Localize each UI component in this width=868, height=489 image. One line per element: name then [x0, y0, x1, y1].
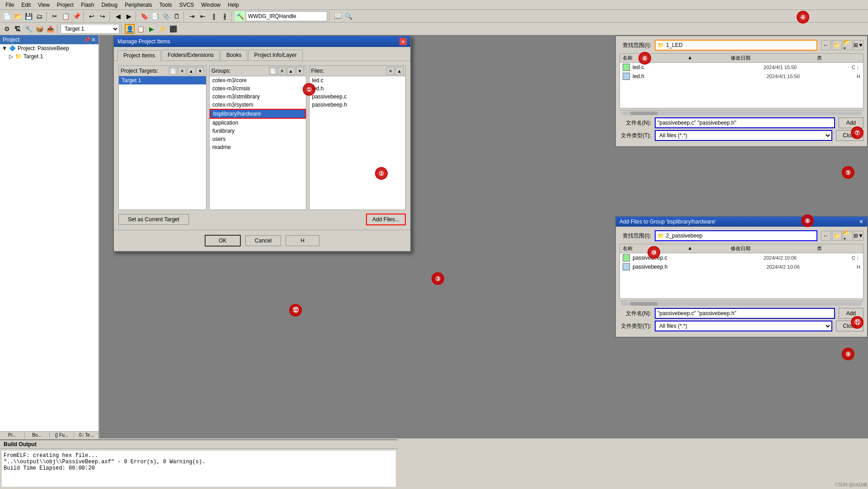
- files-del-btn[interactable]: ✕: [386, 67, 394, 75]
- tab-project-items[interactable]: Project Items: [117, 50, 161, 61]
- group-cotex-stmlibrary[interactable]: cotex-m3/stmlibrary: [210, 93, 306, 101]
- group-funlibrary[interactable]: funlibrary: [210, 127, 306, 135]
- file-ledc[interactable]: led.c: [310, 76, 406, 84]
- target-1-item[interactable]: Target 1: [119, 76, 206, 84]
- fb-top-scrollbar[interactable]: [619, 110, 863, 116]
- cut-btn[interactable]: ✂: [50, 11, 60, 21]
- fb-bottom-back-btn[interactable]: ←: [821, 231, 831, 241]
- uncomment-btn[interactable]: ∦: [220, 11, 230, 21]
- help-btn[interactable]: H: [286, 235, 319, 246]
- group-cotex-system[interactable]: cotex-m3/system: [210, 101, 306, 109]
- sidebar-close-icon[interactable]: ✕: [91, 37, 96, 43]
- tab-project[interactable]: Pr...: [0, 432, 25, 438]
- tab-books[interactable]: Bo...: [25, 432, 50, 438]
- copy-btn[interactable]: 📋: [61, 11, 70, 21]
- fb-top-add-btn[interactable]: Add: [839, 117, 863, 128]
- new-file-btn[interactable]: 📄: [2, 11, 12, 21]
- fb-bottom-path-box[interactable]: 📁 2_passivebeep: [655, 230, 817, 241]
- group-users[interactable]: users: [210, 135, 306, 143]
- tb2-btn4[interactable]: 📦: [34, 24, 44, 34]
- bookmark2-btn[interactable]: 📑: [150, 11, 160, 21]
- tb2-btn1[interactable]: ⚙: [2, 24, 12, 34]
- nav-btn2[interactable]: 🔍: [343, 11, 353, 21]
- build-target-btn[interactable]: 🔨: [235, 11, 245, 21]
- manage-dialog-close[interactable]: ✕: [399, 38, 407, 45]
- targets-up-btn[interactable]: ▲: [187, 67, 195, 75]
- group-readme[interactable]: readme: [210, 143, 306, 151]
- manage-project-btn[interactable]: 👤: [125, 24, 135, 34]
- menu-file[interactable]: File: [2, 1, 18, 9]
- fb-bottom-add-btn[interactable]: Add: [839, 308, 863, 319]
- tb2-btn7[interactable]: 📋: [136, 24, 145, 34]
- fb-bottom-file-passivebeep-c[interactable]: passivebeep.c 2024/4/2 10:06 C：: [620, 253, 863, 262]
- tab-project-info[interactable]: Project Info/Layer: [248, 50, 302, 61]
- groups-del-btn[interactable]: ✕: [278, 67, 286, 75]
- menu-edit[interactable]: Edit: [18, 1, 34, 9]
- back-btn[interactable]: ◀: [113, 11, 123, 21]
- rebuild-btn[interactable]: ⚡: [157, 24, 167, 34]
- fb-top-view-btn[interactable]: ⊞▼: [854, 40, 863, 50]
- forward-btn[interactable]: ▶: [124, 11, 134, 21]
- fb-top-file-ledh[interactable]: led.h 2024/4/1 15:50 H: [620, 72, 863, 81]
- fb-top-folder-btn[interactable]: 📁: [832, 40, 842, 50]
- tab-functions[interactable]: {} Fu...: [50, 432, 75, 438]
- groups-up-btn[interactable]: ▲: [287, 67, 295, 75]
- fb-bottom-filename-input[interactable]: [655, 308, 835, 319]
- target-item[interactable]: ▷ 📁 Target 1: [0, 52, 99, 61]
- bookmark-btn[interactable]: 🔖: [139, 11, 149, 21]
- menu-svcs[interactable]: SVCS: [176, 1, 198, 9]
- tb2-btn5[interactable]: 📤: [45, 24, 55, 34]
- project-root[interactable]: ▼ 🔷 Project: PassiveBeep: [0, 44, 99, 52]
- group-cotex-cmsis[interactable]: cotex-m3/cmsis: [210, 84, 306, 93]
- function-input[interactable]: WWDG_IRQHandle: [246, 11, 327, 21]
- fb-top-filename-input[interactable]: "passivebeep.c" "passivebeep.h": [655, 117, 835, 128]
- set-current-target-btn[interactable]: Set as Current Target: [118, 214, 189, 225]
- paste-btn[interactable]: 📌: [71, 11, 81, 21]
- fb-bottom-folder-btn[interactable]: 📁: [832, 231, 842, 241]
- fb-bottom-close-btn[interactable]: Close: [836, 321, 863, 331]
- undo-btn[interactable]: ↩: [87, 11, 97, 21]
- fb-bottom-view-btn[interactable]: ⊞▼: [854, 231, 863, 241]
- fb-top-new-folder-btn[interactable]: 📂+: [843, 40, 853, 50]
- menu-project[interactable]: Project: [53, 1, 77, 9]
- menu-help[interactable]: Help: [224, 1, 243, 9]
- build-btn[interactable]: ▶: [146, 24, 156, 34]
- fb-top-file-ledc[interactable]: led.c 2024/4/1 15:50 C：: [620, 63, 863, 72]
- cancel-btn[interactable]: Cancel: [245, 235, 281, 246]
- fb-bottom-new-folder-btn[interactable]: 📂+: [843, 231, 853, 241]
- fb-top-path-box[interactable]: 📁 1_LED: [655, 40, 817, 51]
- targets-del-btn[interactable]: ✕: [178, 67, 186, 75]
- open-file-btn[interactable]: 📂: [13, 11, 23, 21]
- fb-top-close-btn[interactable]: Close: [836, 130, 863, 141]
- unindent-btn[interactable]: ⇤: [198, 11, 208, 21]
- add-files-btn[interactable]: Add Files...: [366, 214, 406, 225]
- tab-folders-extensions[interactable]: Folders/Extensions: [162, 50, 220, 61]
- targets-down-btn[interactable]: ▼: [196, 67, 204, 75]
- nav-btn1[interactable]: 📖: [333, 11, 343, 21]
- group-application[interactable]: application: [210, 119, 306, 127]
- fb-bottom-file-passivebeep-h[interactable]: passivebeep.h 2024/4/2 10:06 H: [620, 262, 863, 271]
- menu-debug[interactable]: Debug: [98, 1, 121, 9]
- tab-books[interactable]: Books: [221, 50, 247, 61]
- group-bsplibrary-hardware[interactable]: bsplibrary/hardware: [210, 109, 306, 119]
- targets-new-btn[interactable]: 📄: [169, 67, 177, 75]
- groups-new-btn[interactable]: 📄: [269, 67, 277, 75]
- menu-flash[interactable]: Flash: [77, 1, 98, 9]
- fb-bottom-filetype-select[interactable]: All files (*.*): [655, 321, 832, 331]
- tb2-btn3[interactable]: 🔧: [23, 24, 33, 34]
- ok-btn[interactable]: OK: [205, 235, 241, 247]
- fb-top-filetype-select[interactable]: All files (*.*): [655, 130, 832, 141]
- comment-btn[interactable]: ∥: [209, 11, 219, 21]
- menu-window[interactable]: Window: [197, 1, 224, 9]
- menu-peripherals[interactable]: Peripherals: [121, 1, 156, 9]
- bookmark4-btn[interactable]: 🗒: [172, 11, 182, 21]
- save-btn[interactable]: 💾: [23, 11, 33, 21]
- file-passivebeep-h[interactable]: passivebeep.h: [310, 101, 406, 109]
- files-up-btn[interactable]: ▲: [395, 67, 404, 75]
- file-ledh[interactable]: led.h: [310, 84, 406, 93]
- sidebar-pin-icon[interactable]: 📌: [84, 37, 90, 43]
- redo-btn[interactable]: ↪: [98, 11, 108, 21]
- target-dropdown[interactable]: Target 1: [61, 24, 119, 34]
- tb2-btn2[interactable]: 🏗: [13, 24, 23, 34]
- menu-view[interactable]: View: [34, 1, 53, 9]
